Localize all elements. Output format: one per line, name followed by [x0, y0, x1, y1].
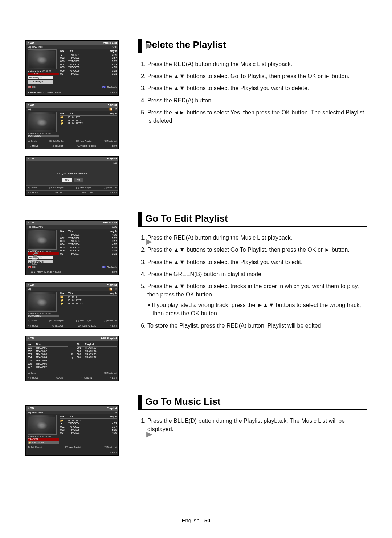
preview-thumbnail — [28, 112, 57, 132]
section-delete-playlist: Delete the Playlist Press the RED(A) but… — [138, 39, 367, 125]
section-title: Go To Edit Playlist — [138, 212, 367, 227]
step: Press the ▲▼ buttons to select tracks in… — [147, 282, 367, 318]
step: Press the RED(A) button during the Music… — [147, 60, 367, 68]
sub-bullet: • If you playlisted a wrong track, press… — [147, 301, 367, 317]
flow-arrow-icon: ► — [144, 40, 154, 51]
flow-arrow-icon: ► — [144, 236, 154, 247]
page-indicator: 1/10 — [112, 46, 117, 49]
screen-title: Music List — [103, 41, 117, 45]
step: Press the BLUE(D) button during the Play… — [147, 417, 367, 433]
osd-playlist-folders-2: ♪ CDPlaylist ◄)🔁 1/2 ◄◄ ■ ► ►► 00:00:00 … — [25, 282, 119, 329]
osd-playlist-folders: ♪ CD Playlist ◄)🔁 1/2 ◄◄ ■ ► ►► 00:00:00… — [25, 102, 119, 149]
preview-thumbnail — [28, 49, 57, 69]
page-footer: English - 50 — [0, 517, 392, 523]
section-title: Delete the Playlist — [138, 39, 367, 53]
osd-music-list-2: ♪ CDMusic List ◄) TRACK011/10 ◄◄ ■ ► ►► … — [25, 220, 119, 275]
step: Press the ▲▼ buttons to select the Playl… — [147, 84, 367, 92]
now-playing: ◄) TRACK01 — [28, 46, 43, 49]
confirm-dialog-text: Do you want to delete? — [28, 172, 117, 175]
no-button[interactable]: No — [74, 178, 83, 182]
elapsed-time: 00:02:22 — [42, 70, 51, 73]
osd-music-list: ♪ CD Music List ◄) TRACK01 1/10 ◄◄ ■ ► ►… — [25, 40, 119, 96]
flow-arrow-icon: ► — [144, 429, 154, 440]
step: Press the ▲▼ buttons to select the Playl… — [147, 258, 367, 266]
selected-playlist-chip: PLAYLIST01 — [28, 135, 59, 137]
screenshot-column: ♪ CD Music List ◄) TRACK01 1/10 ◄◄ ■ ► ►… — [25, 36, 123, 456]
section-goto-edit-playlist: Go To Edit Playlist Press the RED(A) but… — [138, 212, 367, 330]
osd-delete-confirm: ♪ CDPlaylist 1/2 Do you want to delete? … — [25, 156, 119, 196]
transfer-arrows-icon: ►◄ — [70, 343, 74, 369]
section-title: Go To Music List — [138, 395, 367, 410]
selected-track-chip: TRACK01 — [28, 73, 59, 75]
step: To store the Playlist, press the RED(A) … — [147, 321, 367, 330]
transport-controls: ◄◄ ■ ► ►► — [28, 70, 41, 73]
section-goto-music-list: Go To Music List Press the BLUE(D) butto… — [138, 395, 367, 433]
instructions-column: Delete the Playlist Press the RED(A) but… — [138, 36, 367, 456]
osd-edit-playlist: ♪ CDEdit Playlist No.Title 001TRACK01 00… — [25, 336, 119, 381]
step: Press the ▲▼ buttons to select Go To Pla… — [147, 72, 367, 80]
step: Press the RED(A) button during the Music… — [147, 234, 367, 242]
step: Press the ▲▼ buttons to select Go To Pla… — [147, 246, 367, 254]
step: Press the ◄► buttons to select Yes, then… — [147, 108, 367, 125]
step: Press the RED(A) button. — [147, 96, 367, 105]
context-menu-new-playlist: New Playlist — [28, 76, 53, 80]
cd-label: ♪ CD — [28, 41, 34, 45]
context-menu-go-to-playlist: Go To Playlist — [28, 80, 53, 84]
osd-playlist-playing: ♪ CDPlaylist ◄) TRACK041/4 ◄◄ ■ ► ►► 00:… — [25, 405, 119, 456]
step: Press the GREEN(B) button in playlist mo… — [147, 270, 367, 278]
manual-page: Playback ♪ CD Music List ◄) TRACK01 1/10… — [0, 0, 392, 538]
yes-button[interactable]: Yes — [62, 178, 72, 182]
